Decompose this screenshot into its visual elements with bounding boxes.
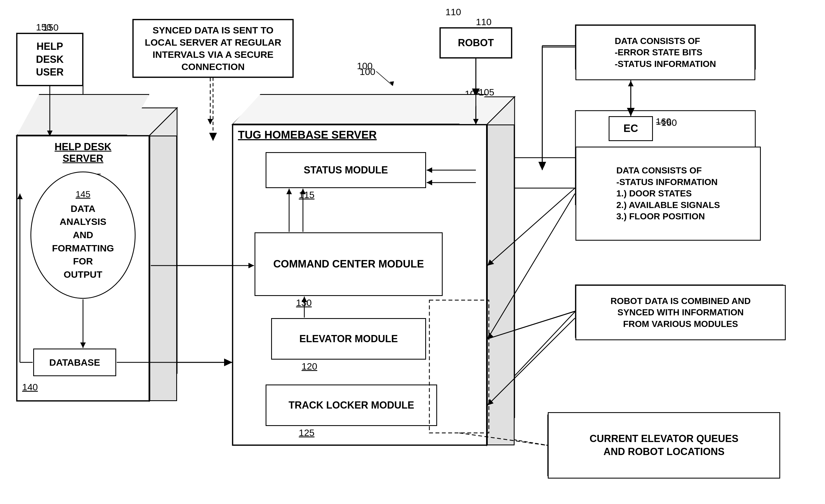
data-analysis-content: 145 DATAANALYSISANDFORMATTINGFOROUTPUT xyxy=(52,189,114,281)
robot-label: ROBOT xyxy=(456,34,496,52)
command-center-label: COMMAND CENTER MODULE xyxy=(271,255,426,273)
help-desk-user-number: 150 xyxy=(43,22,59,33)
command-center-number: 130 xyxy=(296,298,312,308)
synced-data-label: SYNCED DATA IS SENT TOLOCAL SERVER AT RE… xyxy=(143,22,284,75)
tug-server-label-container: TUG HOMEBASE SERVER xyxy=(238,129,481,141)
help-desk-user-box: HELPDESKUSER xyxy=(17,33,83,86)
track-locker-box: TRACK LOCKER MODULE xyxy=(266,385,437,426)
help-desk-server-label: HELP DESKSERVER xyxy=(55,141,111,164)
svg-marker-43 xyxy=(627,108,635,116)
svg-marker-26 xyxy=(209,133,217,141)
svg-marker-37 xyxy=(224,358,232,366)
ec-label: EC xyxy=(621,119,641,138)
data-analysis-circle: 145 DATAANALYSISANDFORMATTINGFOROUTPUT xyxy=(30,171,136,299)
svg-marker-112 xyxy=(389,81,394,86)
svg-marker-76 xyxy=(226,360,232,365)
diagram-container: ROBOT 110 100 105 HELPDESKUSER 150 SYNCE… xyxy=(0,0,825,504)
diagram-number-100: 100 xyxy=(360,66,375,77)
svg-marker-90 xyxy=(539,165,545,170)
elevator-queues-box: CURRENT ELEVATOR QUEUESAND ROBOT LOCATIO… xyxy=(548,412,780,479)
database-box: DATABASE xyxy=(33,348,116,376)
synced-data-box: SYNCED DATA IS SENT TOLOCAL SERVER AT RE… xyxy=(133,19,293,77)
svg-line-111 xyxy=(376,71,393,86)
status-module-label: STATUS MODULE xyxy=(302,162,390,179)
svg-marker-78 xyxy=(208,119,213,124)
robot-box: ROBOT xyxy=(440,28,512,58)
database-number: 140 xyxy=(22,382,38,393)
ec-data-box: DATA CONSISTS OF-STATUS INFORMATION1.) D… xyxy=(576,147,761,241)
ec-data-label: DATA CONSISTS OF-STATUS INFORMATION1.) D… xyxy=(612,160,725,227)
svg-marker-83 xyxy=(473,119,478,124)
elevator-queues-label: CURRENT ELEVATOR QUEUESAND ROBOT LOCATIO… xyxy=(587,430,741,460)
svg-marker-40 xyxy=(538,162,546,170)
help-desk-server-side xyxy=(149,136,177,401)
tug-server-top xyxy=(232,94,487,124)
data-analysis-number: 145 xyxy=(52,189,114,199)
tug-server-label: TUG HOMEBASE SERVER xyxy=(238,129,377,141)
command-center-box: COMMAND CENTER MODULE xyxy=(254,232,443,296)
tug-server-side xyxy=(487,124,515,445)
robot-data-label: DATA CONSISTS OF-ERROR STATE BITS-STATUS… xyxy=(610,31,721,74)
database-label: DATABASE xyxy=(47,354,102,371)
help-desk-user-label: HELPDESKUSER xyxy=(34,38,66,81)
robot-combined-box: ROBOT DATA IS COMBINED ANDSYNCED WITH IN… xyxy=(576,285,786,340)
elevator-module-label: ELEVATOR MODULE xyxy=(297,330,400,348)
status-module-box: STATUS MODULE xyxy=(266,152,426,188)
elevator-module-box: ELEVATOR MODULE xyxy=(271,318,426,360)
elevator-module-number: 120 xyxy=(302,361,317,372)
svg-marker-93 xyxy=(628,81,633,86)
ec-number: 160 xyxy=(656,116,671,127)
data-analysis-label: DATAANALYSISANDFORMATTINGFOROUTPUT xyxy=(52,203,114,280)
status-module-number: 115 xyxy=(299,189,314,200)
help-desk-server-label-container: HELP DESKSERVER xyxy=(25,141,141,164)
robot-combined-label: ROBOT DATA IS COMBINED ANDSYNCED WITH IN… xyxy=(608,293,753,332)
robot-data-box: DATA CONSISTS OF-ERROR STATE BITS-STATUS… xyxy=(576,25,755,80)
robot-number: 110 xyxy=(476,17,492,27)
track-locker-number: 125 xyxy=(299,427,314,438)
ec-box: EC xyxy=(609,116,653,141)
help-desk-server-top xyxy=(17,94,149,136)
track-locker-label: TRACK LOCKER MODULE xyxy=(286,397,417,414)
svg-text:110: 110 xyxy=(445,7,461,17)
